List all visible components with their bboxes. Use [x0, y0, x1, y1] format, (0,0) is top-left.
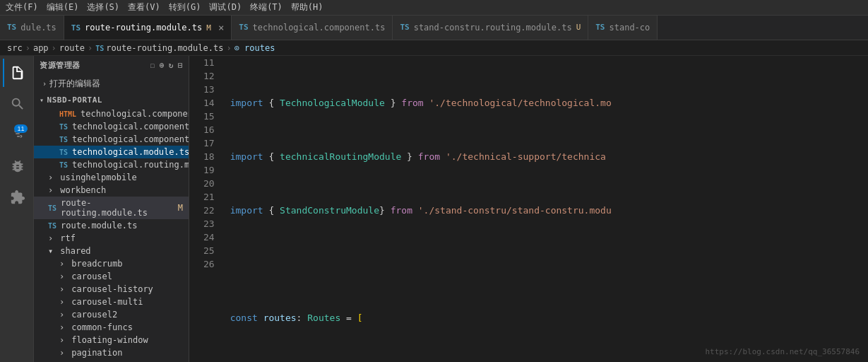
folder-carousel-history[interactable]: › carousel-history [34, 283, 189, 296]
ts-icon: TS [595, 23, 605, 32]
folder-floating-window[interactable]: › floating-window [34, 334, 189, 346]
folder-pagination[interactable]: › pagination [34, 346, 189, 359]
menu-items: 文件(F) 编辑(E) 选择(S) 查看(V) 转到(G) 调试(D) 终端(T… [6, 1, 323, 13]
folder-shared[interactable]: ▾ shared [34, 245, 189, 257]
breadcrumb-route[interactable]: route [59, 43, 85, 53]
line-num-22: 22 [203, 204, 215, 217]
file-tech-spec[interactable]: TS technological.component.spec.ts [34, 120, 189, 133]
file-tech-html[interactable]: HTML technological.component.html [34, 107, 189, 120]
activity-debug[interactable] [3, 152, 31, 180]
classname: Routes [307, 311, 340, 325]
keyword: const [230, 311, 258, 325]
menu-help[interactable]: 帮助(H) [291, 1, 323, 13]
folder-label: carousel2 [71, 310, 117, 320]
line-num-18: 18 [203, 150, 215, 163]
tab-stand-co[interactable]: TS stand-co [588, 16, 658, 40]
menu-file[interactable]: 文件(F) [6, 1, 38, 13]
menu-terminal[interactable]: 终端(T) [250, 1, 283, 13]
new-folder-icon[interactable]: ⊕ [160, 61, 165, 70]
tab-route-routing[interactable]: TS route-routing.module.ts M × [64, 16, 232, 40]
tab-bar: TS dule.ts TS route-routing.module.ts M … [0, 16, 868, 40]
line-num-19: 19 [203, 163, 215, 177]
line-num-15: 15 [203, 110, 215, 123]
ts-icon: TS [400, 23, 409, 32]
tab-close-button[interactable]: × [218, 22, 224, 33]
ts-file-icon: TS [59, 161, 68, 169]
breadcrumb-src[interactable]: src [7, 43, 23, 53]
activity-extensions[interactable] [3, 183, 31, 211]
line-num-21: 21 [203, 190, 215, 204]
from-keyword: from [391, 204, 412, 217]
file-label: technological.module.ts [72, 147, 189, 157]
nsbd-portal-toggle[interactable]: ▾ NSBD-PORTAL [34, 94, 189, 106]
folder-icon: › [59, 322, 64, 332]
menu-view[interactable]: 查看(V) [128, 1, 160, 13]
file-tech-comp[interactable]: TS technological.component.ts [34, 133, 189, 146]
breadcrumb-file[interactable]: TSroute-routing.module.ts [95, 43, 223, 53]
file-label: technological.component.html [81, 109, 189, 119]
breadcrumb-sep: › [25, 43, 30, 53]
keyword: import [230, 204, 263, 217]
folder-icon: ▾ [48, 246, 53, 256]
line-num-14: 14 [203, 96, 215, 110]
activity-files[interactable] [3, 59, 31, 87]
activity-bar: 11 [0, 56, 34, 362]
bracket: [ [357, 311, 363, 325]
open-editors-section: › 打开的编辑器 [34, 75, 189, 93]
keyword: import [230, 96, 263, 110]
file-label: technological.component.ts [72, 134, 189, 144]
file-route-module[interactable]: TS route.module.ts [34, 219, 189, 232]
tab-stand-constru[interactable]: TS stand-constru.routing.module.ts U [393, 16, 588, 40]
tab-label: dule.ts [20, 23, 57, 33]
open-editors-toggle[interactable]: › 打开的编辑器 [34, 76, 189, 91]
ts-icon: TS [7, 23, 16, 32]
folder-workbench[interactable]: › workbench [34, 184, 189, 197]
menu-edit[interactable]: 编辑(E) [47, 1, 79, 13]
folder-icon: › [59, 335, 64, 345]
folder-icon: › [48, 233, 53, 243]
folder-label: shared [60, 246, 90, 256]
open-editors-label: 打开的编辑器 [49, 78, 100, 90]
code-line-13: import { StandConstruModule } from './st… [230, 204, 861, 217]
ts-icon: TS [239, 23, 248, 32]
breadcrumb-app[interactable]: app [33, 43, 49, 53]
from-keyword: from [418, 150, 440, 163]
folder-carousel[interactable]: › carousel [34, 270, 189, 283]
breadcrumb-symbol[interactable]: ⊙ routes [234, 43, 275, 53]
menu-debug[interactable]: 调试(D) [209, 1, 242, 13]
folder-carousel-multi[interactable]: › carousel-multi [34, 296, 189, 308]
file-route-routing[interactable]: TS route-routing.module.ts M [34, 197, 189, 219]
folder-rtf[interactable]: › rtf [34, 232, 189, 245]
activity-search[interactable] [3, 90, 31, 118]
folder-carousel2[interactable]: › carousel2 [34, 308, 189, 321]
code-line-15: const routes : Routes = [ [230, 311, 861, 325]
breadcrumb-sep2: › [52, 43, 57, 53]
breadcrumb: src › app › route › TSroute-routing.modu… [0, 40, 868, 56]
activity-scm[interactable]: 11 [3, 121, 31, 149]
nsbd-portal-section: ▾ NSBD-PORTAL [34, 93, 189, 107]
folder-icon: › [59, 348, 64, 358]
watermark: https://blog.csdn.net/qq_36557846 [705, 347, 860, 356]
new-file-icon[interactable]: ☐ [150, 61, 155, 70]
file-tech-routing[interactable]: TS technological.routing.module.ts [34, 158, 189, 171]
tab-technological[interactable]: TS technological.component.ts [232, 16, 393, 40]
folder-breadcrumb[interactable]: › breadcrumb [34, 257, 189, 270]
collapse-icon[interactable]: ⊟ [178, 61, 183, 70]
code-container: 11 12 13 14 15 16 17 18 19 20 21 22 23 2… [189, 56, 868, 362]
refresh-icon[interactable]: ↻ [169, 61, 174, 70]
line-num-23: 23 [203, 217, 215, 230]
folder-icon: › [59, 272, 64, 281]
folder-common-funcs[interactable]: › common-funcs [34, 321, 189, 334]
file-tech-module[interactable]: TS technological.module.ts [34, 146, 189, 158]
line-num-20: 20 [203, 177, 215, 190]
code-line-14 [230, 257, 861, 271]
menu-goto[interactable]: 转到(G) [169, 1, 201, 13]
line-num-26: 26 [203, 257, 215, 271]
tab-label: stand-constru.routing.module.ts [414, 23, 572, 33]
folder-usinghelpmobile[interactable]: › usinghelpmobile [34, 171, 189, 184]
tab-module[interactable]: TS dule.ts [0, 16, 64, 40]
code-editor[interactable]: 11 12 13 14 15 16 17 18 19 20 21 22 23 2… [189, 56, 868, 362]
menu-select[interactable]: 选择(S) [87, 1, 119, 13]
line-num-11: 11 [203, 56, 215, 69]
ts-icon: TS [71, 23, 81, 33]
